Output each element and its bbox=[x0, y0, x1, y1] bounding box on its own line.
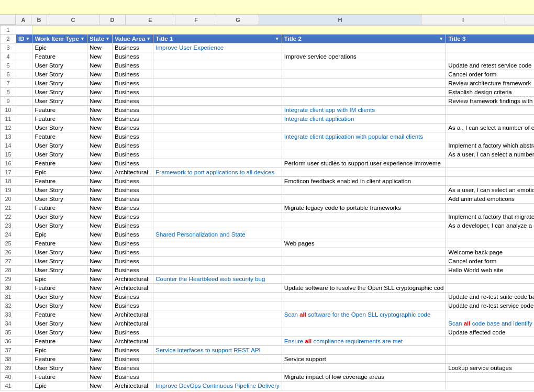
cell-work-item-type: User Story bbox=[32, 293, 87, 301]
row-num: 31 bbox=[1, 293, 16, 301]
table-row: 6 User Story New Business Cancel order f… bbox=[1, 70, 535, 79]
col-E[interactable]: E bbox=[126, 15, 175, 25]
cell-state: New bbox=[87, 275, 112, 284]
col-J[interactable]: J bbox=[505, 15, 534, 25]
col-H[interactable]: H bbox=[259, 15, 421, 25]
cell-state: New bbox=[87, 132, 112, 141]
table-row: 31 User Story New Business Update and re… bbox=[1, 293, 535, 301]
cell-title1 bbox=[153, 266, 282, 275]
col-C[interactable]: C bbox=[47, 15, 99, 25]
cell-title2 bbox=[282, 150, 446, 159]
header-state: State▼ bbox=[87, 35, 112, 43]
cell-id bbox=[16, 204, 32, 212]
cell-value-area: Business bbox=[112, 346, 153, 355]
col-F[interactable]: F bbox=[175, 15, 217, 25]
row-num: 22 bbox=[1, 212, 16, 221]
cell-value-area: Business bbox=[112, 373, 153, 382]
cell-title1 bbox=[153, 124, 282, 132]
row-num: 12 bbox=[1, 124, 16, 132]
cell-value-area: Business bbox=[112, 239, 153, 248]
cell-title2 bbox=[282, 301, 446, 310]
table-row: 11 Feature New Business Integrate client… bbox=[1, 115, 535, 124]
cell-id bbox=[16, 115, 32, 124]
cell-value-area: Business bbox=[112, 266, 153, 275]
cell-state: New bbox=[87, 177, 112, 186]
col-D[interactable]: D bbox=[99, 15, 126, 25]
cell-title3 bbox=[446, 310, 534, 319]
cell-title2 bbox=[282, 293, 446, 301]
cell-state: New bbox=[87, 221, 112, 230]
table-row: 22 User Story New Business Implement a f… bbox=[1, 212, 535, 221]
cell-value-area: Architectural bbox=[112, 168, 153, 177]
cell-work-item-type: Feature bbox=[32, 177, 87, 186]
cell-work-item-type: User Story bbox=[32, 79, 87, 88]
col-G[interactable]: G bbox=[217, 15, 259, 25]
cell-id bbox=[16, 257, 32, 266]
col-B[interactable]: B bbox=[31, 15, 47, 25]
cell-title3: Establish design criteria bbox=[446, 88, 534, 97]
cell-id bbox=[16, 150, 32, 159]
cell-title3 bbox=[446, 52, 534, 61]
cell-info bbox=[32, 26, 534, 35]
row-num: 6 bbox=[1, 70, 16, 79]
col-I[interactable]: I bbox=[421, 15, 505, 25]
table-row: 27 User Story New Business Cancel order … bbox=[1, 257, 535, 266]
cell-value-area: Business bbox=[112, 150, 153, 159]
cell-title3 bbox=[446, 337, 534, 346]
cell-id bbox=[16, 230, 32, 239]
row-num: 34 bbox=[1, 319, 16, 328]
cell-title1: Improve User Experience bbox=[153, 43, 282, 52]
row-num: 38 bbox=[1, 355, 16, 364]
cell-work-item-type: Epic bbox=[32, 230, 87, 239]
row-num: 27 bbox=[1, 257, 16, 266]
cell-title1: Counter the Heartbleed web security bug bbox=[153, 275, 282, 284]
cell-title3: Review architecture framework bbox=[446, 79, 534, 88]
cell-id bbox=[16, 124, 32, 132]
cell-id bbox=[16, 106, 32, 115]
cell-title3: As a , I can select a number of elements bbox=[446, 124, 534, 132]
row-num: 26 bbox=[1, 248, 16, 257]
cell-state: New bbox=[87, 141, 112, 150]
row-num: 13 bbox=[1, 132, 16, 141]
table-row: 40 Feature New Business Migrate impact o… bbox=[1, 373, 535, 382]
cell-title1 bbox=[153, 221, 282, 230]
cell-value-area: Business bbox=[112, 141, 153, 150]
cell-value-area: Business bbox=[112, 159, 153, 168]
header-id: ID▼ bbox=[16, 35, 32, 43]
cell-state: New bbox=[87, 212, 112, 221]
cell-id bbox=[16, 159, 32, 168]
row-num: 29 bbox=[1, 275, 16, 284]
cell-state: New bbox=[87, 106, 112, 115]
cell-title2: Web pages bbox=[282, 239, 446, 248]
cell-work-item-type: User Story bbox=[32, 61, 87, 70]
cell-title3 bbox=[446, 204, 534, 212]
cell-work-item-type: User Story bbox=[32, 212, 87, 221]
cell-state: New bbox=[87, 61, 112, 70]
cell-title1 bbox=[153, 141, 282, 150]
table-row: 8 User Story New Business Establish desi… bbox=[1, 88, 535, 97]
cell-title1 bbox=[153, 212, 282, 221]
cell-id bbox=[16, 79, 32, 88]
cell-value-area: Business bbox=[112, 132, 153, 141]
cell-title1 bbox=[153, 355, 282, 364]
cell-state: New bbox=[87, 88, 112, 97]
cell-id bbox=[16, 186, 32, 195]
cell-title3 bbox=[446, 168, 534, 177]
info-bar bbox=[0, 0, 534, 15]
cell-id bbox=[16, 310, 32, 319]
cell-title1 bbox=[153, 97, 282, 106]
cell-id bbox=[16, 88, 32, 97]
cell-value-area: Business bbox=[112, 43, 153, 52]
table-row: 19 User Story New Business As a user, I … bbox=[1, 186, 535, 195]
row-num: 23 bbox=[1, 221, 16, 230]
cell-work-item-type: Epic bbox=[32, 168, 87, 177]
cell-title3: Implement a factory which abstracts the … bbox=[446, 141, 534, 150]
table-row: 33 Feature New Architectural Scan all so… bbox=[1, 310, 535, 319]
cell-value-area: Business bbox=[112, 248, 153, 257]
cell-title2 bbox=[282, 195, 446, 204]
cell-state: New bbox=[87, 43, 112, 52]
cell-work-item-type: User Story bbox=[32, 124, 87, 132]
row-num: 11 bbox=[1, 115, 16, 124]
row-num: 7 bbox=[1, 79, 16, 88]
col-A[interactable]: A bbox=[16, 15, 31, 25]
